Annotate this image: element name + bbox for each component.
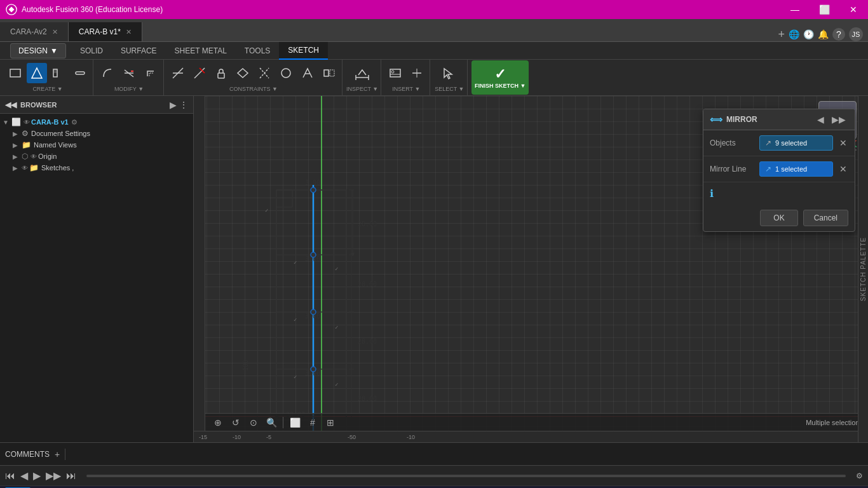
mirror-objects-clear-button[interactable]: ✕ (838, 137, 848, 149)
toolbar-tab-sheetmetal[interactable]: SHEET METAL (166, 42, 236, 60)
mirror-line-clear-button[interactable]: ✕ (838, 163, 848, 175)
timeline-settings-icon[interactable]: ⚙ (856, 471, 863, 480)
mirror-panel: ⟺ MIRROR ◀ ▶▶ Objects ↗ 9 selected ✕ (703, 109, 855, 232)
toolbar-tab-sketch[interactable]: SKETCH (279, 42, 328, 60)
viewport[interactable]: 28.00 28.00 28.00 28.00 28.00 3.00 3.00 … (194, 96, 868, 442)
constraints-label: CONSTRAINTS ▼ (229, 86, 278, 92)
close-button[interactable]: ✕ (839, 0, 868, 19)
ruler-mark-3: -5 (266, 434, 271, 440)
midpoint-tool[interactable] (297, 63, 318, 83)
next-frame-button[interactable]: ▶▶ (46, 470, 61, 482)
mirror-title: MIRROR (726, 115, 757, 124)
toolbar-tab-solid[interactable]: SOLID (71, 42, 112, 60)
mirror-objects-button[interactable]: ↗ 9 selected (759, 135, 833, 151)
tab-cara-bv1[interactable]: CARA-B v1* ✕ (69, 22, 142, 41)
sketches-arrow-icon[interactable]: ▶ (13, 165, 20, 172)
comments-add-button[interactable]: + (55, 449, 60, 459)
select-objects-icon: ↗ (765, 139, 771, 147)
taskbar: O W F ⌃ 🔔 📶 🔊 ESP 09:59 5/04/2021 🗨 (0, 485, 868, 488)
collinear-tool[interactable] (189, 63, 210, 83)
svg-point-17 (281, 69, 290, 78)
circle2-tool[interactable] (276, 63, 296, 83)
bell-icon[interactable]: 🔔 (818, 29, 829, 39)
root-visibility-icon[interactable]: 👁 (24, 119, 30, 126)
measure-tool[interactable] (347, 63, 377, 83)
comments-divider (65, 449, 65, 460)
root-settings-icon[interactable]: ⚙ (71, 118, 78, 126)
svg-rect-1 (10, 69, 20, 77)
circle-tool[interactable] (70, 63, 90, 83)
play-button[interactable]: ▶ (33, 470, 41, 482)
trim-tool[interactable] (119, 63, 139, 83)
tab-close-cara-bv1[interactable]: ✕ (126, 28, 132, 36)
mirror-ok-button[interactable]: OK (760, 210, 797, 226)
pan-button[interactable]: ⊕ (210, 416, 226, 430)
browser-more-icon[interactable]: ⋮ (179, 100, 188, 110)
svg-rect-5 (76, 72, 85, 74)
svg-point-68 (311, 367, 316, 372)
prev-frame-button[interactable]: ◀ (20, 470, 28, 482)
equal-tool[interactable] (233, 63, 253, 83)
tab-close-cara-av2[interactable]: ✕ (52, 28, 58, 36)
select-tool[interactable] (434, 63, 465, 83)
select-line-icon: ↗ (765, 165, 771, 173)
sketches-label: Sketches , (41, 164, 74, 172)
design-button[interactable]: DESIGN ▼ (10, 43, 66, 58)
display-mode-button[interactable]: ⬜ (287, 416, 302, 430)
tab-cara-av2[interactable]: CARA-Av2 ✕ (0, 22, 69, 41)
origin-arrow-icon[interactable]: ▶ (13, 153, 20, 160)
minimize-button[interactable]: — (780, 0, 810, 19)
tree-item-sketches[interactable]: ▶ 👁 📁 Sketches , (0, 162, 193, 173)
help-icon[interactable]: ? (832, 28, 845, 41)
grid-button[interactable]: # (305, 416, 320, 430)
origin-visibility-icon[interactable]: 👁 (31, 153, 37, 160)
toolbar-tab-surface[interactable]: SURFACE (112, 42, 166, 60)
mirror-pin-button[interactable]: ▶▶ (829, 113, 848, 126)
grid-settings-button[interactable]: ⊞ (323, 416, 338, 430)
offset-tool[interactable] (140, 63, 161, 83)
timeline[interactable] (86, 475, 846, 477)
browser-back-icon[interactable]: ◀◀ (5, 100, 17, 109)
toolbar-tab-tools[interactable]: TOOLS (236, 42, 279, 60)
orbit-button[interactable]: ↺ (228, 416, 243, 430)
tree-item-document-settings[interactable]: ▶ ⚙ Document Settings (0, 128, 193, 139)
toolbar-row: CREATE ▼ MODIFY ▼ (0, 60, 868, 95)
sketches-visibility-icon[interactable]: 👁 (22, 165, 28, 172)
last-frame-button[interactable]: ⏭ (66, 470, 76, 482)
mirror-expand-button[interactable]: ◀ (815, 113, 827, 126)
root-arrow-icon[interactable]: ▼ (3, 119, 10, 126)
history-icon[interactable]: 🕐 (803, 29, 814, 39)
doc-settings-label: Document Settings (31, 130, 90, 137)
tree-item-named-views[interactable]: ▶ 📁 Named Views (0, 139, 193, 151)
mirror-sym-tool[interactable] (319, 63, 339, 83)
globe-icon[interactable]: 🌐 (789, 29, 799, 39)
coincident-tool[interactable] (168, 63, 188, 83)
user-avatar[interactable]: JS (849, 27, 863, 41)
inspect-label: INSPECT ▼ (346, 86, 378, 92)
rectangle-tool[interactable] (5, 63, 25, 83)
svg-text:28.00: 28.00 (358, 220, 377, 227)
sketch-palette-panel[interactable]: SKETCH PALETTE (858, 96, 868, 442)
mirror-cancel-button[interactable]: Cancel (803, 210, 848, 226)
mirror-line-button[interactable]: ↗ 1 selected (759, 161, 833, 177)
doc-settings-arrow-icon[interactable]: ▶ (13, 130, 20, 137)
insert-svg-tool[interactable] (407, 63, 427, 83)
fillet-tool[interactable] (97, 63, 118, 83)
tangent-tool[interactable] (254, 63, 275, 83)
rewind-button[interactable]: ⏮ (5, 470, 15, 482)
add-tab-button[interactable]: + (778, 28, 785, 41)
browser-expand-icon[interactable]: ▶ (170, 100, 177, 110)
tree-item-origin[interactable]: ▶ ⬡ 👁 Origin (0, 151, 193, 162)
maximize-button[interactable]: ⬜ (810, 0, 839, 19)
create-label: CREATE ▼ (32, 86, 62, 92)
svg-text:✓: ✓ (335, 324, 338, 330)
insert-image-tool[interactable] (385, 63, 405, 83)
sketch-tool[interactable] (27, 63, 47, 83)
zoom-fit-button[interactable]: ⊙ (246, 416, 261, 430)
named-views-arrow-icon[interactable]: ▶ (13, 142, 20, 149)
lock-tool[interactable] (211, 63, 231, 83)
line-tool[interactable] (48, 63, 69, 83)
finish-sketch-button[interactable]: ✓ FINISH SKETCH ▼ (471, 60, 529, 95)
zoom-window-button[interactable]: 🔍 (264, 416, 279, 430)
tree-root[interactable]: ▼ ⬜ 👁 CARA-B v1 ⚙ (0, 116, 193, 128)
